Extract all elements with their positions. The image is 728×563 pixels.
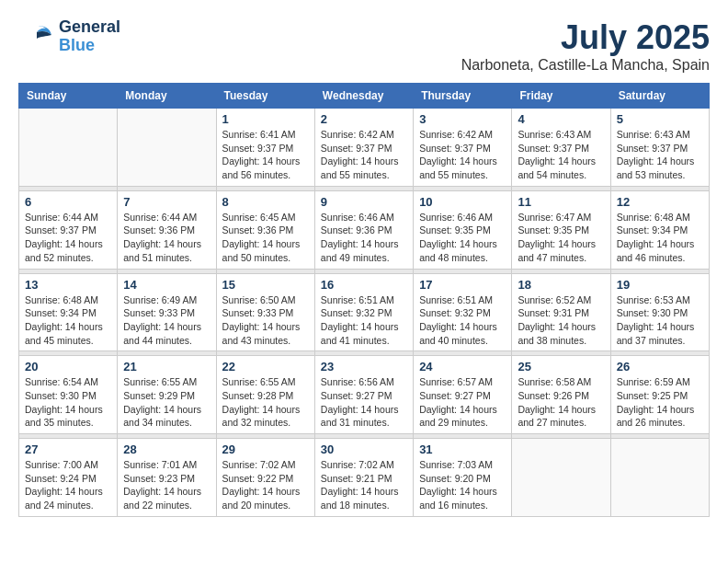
calendar-cell: 26Sunrise: 6:59 AMSunset: 9:25 PMDayligh… [610, 356, 709, 434]
logo-icon [18, 18, 55, 55]
day-number: 7 [123, 195, 210, 209]
day-info: Sunrise: 6:57 AMSunset: 9:27 PMDaylight:… [419, 375, 506, 430]
day-info: Sunrise: 6:48 AMSunset: 9:34 PMDaylight:… [25, 293, 111, 348]
day-number: 18 [518, 278, 604, 292]
day-info: Sunrise: 7:02 AMSunset: 9:21 PMDaylight:… [321, 458, 407, 512]
day-number: 23 [321, 360, 407, 373]
day-number: 17 [419, 278, 506, 292]
day-info: Sunrise: 6:51 AMSunset: 9:32 PMDaylight:… [321, 293, 407, 348]
day-info: Sunrise: 7:00 AMSunset: 9:24 PMDaylight:… [25, 458, 111, 512]
calendar: Sunday Monday Tuesday Wednesday Thursday… [18, 83, 710, 517]
calendar-cell [118, 109, 216, 187]
calendar-cell: 27Sunrise: 7:00 AMSunset: 9:24 PMDayligh… [19, 439, 118, 517]
calendar-cell: 28Sunrise: 7:01 AMSunset: 9:23 PMDayligh… [118, 439, 216, 517]
logo: General Blue [18, 18, 120, 55]
day-number: 12 [617, 195, 703, 209]
calendar-cell: 21Sunrise: 6:55 AMSunset: 9:29 PMDayligh… [118, 356, 216, 434]
calendar-cell: 6Sunrise: 6:44 AMSunset: 9:37 PMDaylight… [19, 190, 118, 269]
col-tuesday: Tuesday [216, 84, 314, 109]
calendar-week-row: 20Sunrise: 6:54 AMSunset: 9:30 PMDayligh… [19, 356, 710, 434]
calendar-header-row: Sunday Monday Tuesday Wednesday Thursday… [19, 84, 710, 109]
calendar-cell: 9Sunrise: 6:46 AMSunset: 9:36 PMDaylight… [314, 190, 413, 269]
calendar-cell: 20Sunrise: 6:54 AMSunset: 9:30 PMDayligh… [19, 356, 118, 434]
calendar-cell: 11Sunrise: 6:47 AMSunset: 9:35 PMDayligh… [512, 190, 610, 269]
day-info: Sunrise: 6:42 AMSunset: 9:37 PMDaylight:… [321, 128, 407, 182]
col-wednesday: Wednesday [314, 84, 413, 109]
day-number: 27 [25, 442, 111, 456]
col-saturday: Saturday [610, 84, 709, 109]
day-info: Sunrise: 6:55 AMSunset: 9:29 PMDaylight:… [123, 375, 210, 430]
day-number: 19 [617, 278, 703, 292]
calendar-cell: 23Sunrise: 6:56 AMSunset: 9:27 PMDayligh… [314, 356, 413, 434]
day-number: 15 [222, 278, 309, 292]
month-title: July 2025 [461, 18, 710, 57]
calendar-cell: 31Sunrise: 7:03 AMSunset: 9:20 PMDayligh… [414, 439, 512, 517]
day-number: 1 [222, 112, 309, 126]
calendar-cell: 3Sunrise: 6:42 AMSunset: 9:37 PMDaylight… [414, 109, 512, 187]
day-number: 9 [321, 195, 407, 209]
day-info: Sunrise: 7:01 AMSunset: 9:23 PMDaylight:… [123, 458, 210, 512]
title-area: July 2025 Narboneta, Castille-La Mancha,… [461, 18, 710, 74]
day-info: Sunrise: 7:03 AMSunset: 9:20 PMDaylight:… [419, 458, 506, 512]
day-info: Sunrise: 6:59 AMSunset: 9:25 PMDaylight:… [617, 375, 703, 430]
day-info: Sunrise: 6:47 AMSunset: 9:35 PMDaylight:… [518, 211, 604, 265]
calendar-cell: 30Sunrise: 7:02 AMSunset: 9:21 PMDayligh… [314, 439, 413, 517]
day-number: 8 [222, 195, 309, 209]
day-info: Sunrise: 6:58 AMSunset: 9:26 PMDaylight:… [518, 375, 604, 430]
day-number: 25 [518, 360, 604, 373]
header: General Blue July 2025 Narboneta, Castil… [18, 18, 710, 74]
day-info: Sunrise: 6:52 AMSunset: 9:31 PMDaylight:… [518, 293, 604, 348]
calendar-cell: 15Sunrise: 6:50 AMSunset: 9:33 PMDayligh… [216, 273, 314, 351]
calendar-cell: 17Sunrise: 6:51 AMSunset: 9:32 PMDayligh… [414, 273, 512, 351]
calendar-cell: 13Sunrise: 6:48 AMSunset: 9:34 PMDayligh… [19, 273, 118, 351]
calendar-week-row: 6Sunrise: 6:44 AMSunset: 9:37 PMDaylight… [19, 190, 710, 269]
calendar-cell: 7Sunrise: 6:44 AMSunset: 9:36 PMDaylight… [118, 190, 216, 269]
location-title: Narboneta, Castille-La Mancha, Spain [461, 57, 710, 74]
calendar-cell: 10Sunrise: 6:46 AMSunset: 9:35 PMDayligh… [414, 190, 512, 269]
calendar-cell: 18Sunrise: 6:52 AMSunset: 9:31 PMDayligh… [512, 273, 610, 351]
day-number: 29 [222, 442, 309, 456]
calendar-cell: 25Sunrise: 6:58 AMSunset: 9:26 PMDayligh… [512, 356, 610, 434]
calendar-cell: 8Sunrise: 6:45 AMSunset: 9:36 PMDaylight… [216, 190, 314, 269]
day-info: Sunrise: 6:51 AMSunset: 9:32 PMDaylight:… [419, 293, 506, 348]
day-info: Sunrise: 6:46 AMSunset: 9:36 PMDaylight:… [321, 211, 407, 265]
day-info: Sunrise: 6:53 AMSunset: 9:30 PMDaylight:… [617, 293, 703, 348]
day-info: Sunrise: 6:43 AMSunset: 9:37 PMDaylight:… [617, 128, 703, 182]
day-number: 13 [25, 278, 111, 292]
col-monday: Monday [118, 84, 216, 109]
day-info: Sunrise: 6:49 AMSunset: 9:33 PMDaylight:… [123, 293, 210, 348]
day-info: Sunrise: 6:44 AMSunset: 9:36 PMDaylight:… [123, 211, 210, 265]
col-sunday: Sunday [19, 84, 118, 109]
day-number: 5 [617, 112, 703, 126]
calendar-cell [512, 439, 610, 517]
day-number: 22 [222, 360, 309, 373]
day-number: 20 [25, 360, 111, 373]
logo-blue: Blue [59, 37, 120, 55]
logo-text: General Blue [59, 18, 120, 55]
day-number: 21 [123, 360, 210, 373]
logo-general: General [59, 18, 120, 37]
day-info: Sunrise: 6:54 AMSunset: 9:30 PMDaylight:… [25, 375, 111, 430]
day-number: 30 [321, 442, 407, 456]
day-info: Sunrise: 6:50 AMSunset: 9:33 PMDaylight:… [222, 293, 309, 348]
day-number: 26 [617, 360, 703, 373]
day-number: 24 [419, 360, 506, 373]
calendar-cell: 4Sunrise: 6:43 AMSunset: 9:37 PMDaylight… [512, 109, 610, 187]
calendar-cell: 22Sunrise: 6:55 AMSunset: 9:28 PMDayligh… [216, 356, 314, 434]
calendar-cell: 19Sunrise: 6:53 AMSunset: 9:30 PMDayligh… [610, 273, 709, 351]
day-info: Sunrise: 6:43 AMSunset: 9:37 PMDaylight:… [518, 128, 604, 182]
calendar-week-row: 1Sunrise: 6:41 AMSunset: 9:37 PMDaylight… [19, 109, 710, 187]
day-number: 11 [518, 195, 604, 209]
day-number: 28 [123, 442, 210, 456]
day-info: Sunrise: 7:02 AMSunset: 9:22 PMDaylight:… [222, 458, 309, 512]
calendar-cell [19, 109, 118, 187]
day-number: 4 [518, 112, 604, 126]
calendar-cell: 24Sunrise: 6:57 AMSunset: 9:27 PMDayligh… [414, 356, 512, 434]
day-number: 31 [419, 442, 506, 456]
day-number: 6 [25, 195, 111, 209]
calendar-cell [610, 439, 709, 517]
day-info: Sunrise: 6:46 AMSunset: 9:35 PMDaylight:… [419, 211, 506, 265]
calendar-cell: 5Sunrise: 6:43 AMSunset: 9:37 PMDaylight… [610, 109, 709, 187]
calendar-cell: 29Sunrise: 7:02 AMSunset: 9:22 PMDayligh… [216, 439, 314, 517]
calendar-week-row: 13Sunrise: 6:48 AMSunset: 9:34 PMDayligh… [19, 273, 710, 351]
